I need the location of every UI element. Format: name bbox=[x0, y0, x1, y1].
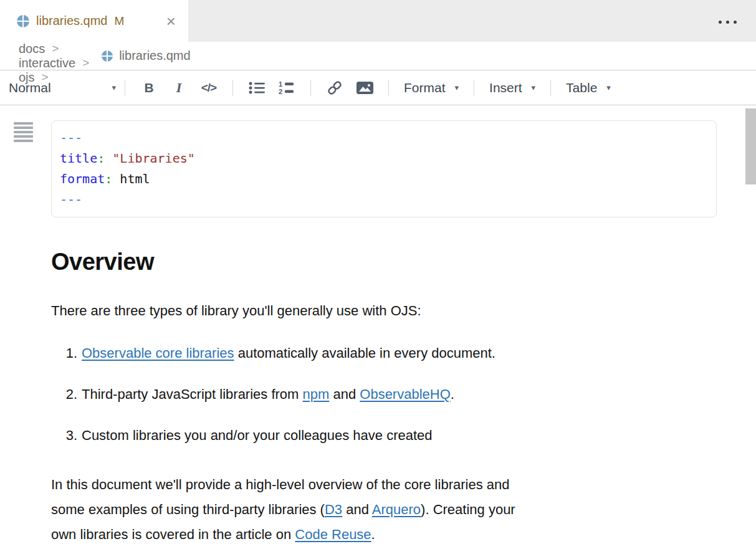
code-button[interactable]: </> bbox=[196, 77, 221, 99]
dot bbox=[726, 21, 729, 24]
breadcrumb-segment: interactive > bbox=[19, 56, 102, 70]
text-span: and bbox=[342, 502, 372, 517]
list-item-text: Third-party JavaScript libraries from np… bbox=[82, 386, 454, 403]
insert-menu[interactable]: Insert ▾ bbox=[483, 80, 542, 95]
tab-libraries-qmd[interactable]: libraries.qmd M × bbox=[0, 0, 188, 42]
formatting-toolbar: Normal ▾ B I </> 1 2 bbox=[0, 70, 756, 105]
table-menu[interactable]: Table ▾ bbox=[560, 80, 617, 95]
tab-bar: libraries.qmd M × bbox=[0, 0, 756, 42]
toolbar-separator bbox=[474, 80, 474, 96]
chevron-right-icon: > bbox=[52, 42, 59, 55]
list-item-number: 2. bbox=[51, 386, 77, 403]
code-token: --- bbox=[60, 192, 82, 207]
paragraph-line: In this document we'll provide a high-le… bbox=[51, 472, 687, 497]
insert-menu-label: Insert bbox=[489, 80, 522, 95]
intro-paragraph: There are three types of library you'll … bbox=[51, 303, 756, 319]
section-heading: Overview bbox=[51, 249, 756, 275]
code-icon: </> bbox=[201, 81, 216, 95]
code-token: : bbox=[97, 151, 112, 166]
bold-button[interactable]: B bbox=[136, 77, 161, 99]
list-item-number: 1. bbox=[51, 345, 77, 361]
svg-text:2: 2 bbox=[279, 88, 282, 95]
chevron-right-icon: > bbox=[82, 56, 89, 70]
text-span: In this document we'll provide a high-le… bbox=[51, 477, 509, 492]
paragraph-style-label: Normal bbox=[9, 80, 51, 95]
more-actions-icon[interactable] bbox=[716, 18, 739, 26]
text-link[interactable]: ObservableHQ bbox=[360, 386, 451, 402]
format-menu[interactable]: Format ▾ bbox=[398, 80, 465, 95]
text-link[interactable]: D3 bbox=[325, 502, 342, 517]
text-link[interactable]: npm bbox=[303, 386, 330, 402]
text-span: ). Creating your bbox=[421, 502, 515, 517]
bar bbox=[14, 140, 33, 142]
quarto-file-icon bbox=[17, 15, 29, 27]
breadcrumb-folder[interactable]: interactive bbox=[19, 56, 75, 70]
breadcrumb-file-label: libraries.qmd bbox=[119, 49, 190, 63]
code-line: --- bbox=[60, 128, 708, 148]
text-link[interactable]: Arquero bbox=[372, 502, 421, 517]
close-icon[interactable]: × bbox=[166, 13, 176, 29]
yaml-metadata-block[interactable]: ---title: "Libraries"format: html--- bbox=[51, 120, 717, 217]
breadcrumb-segment: docs > bbox=[19, 42, 102, 56]
format-menu-label: Format bbox=[404, 80, 446, 95]
block-drag-handle[interactable] bbox=[14, 122, 33, 142]
italic-icon: I bbox=[176, 80, 182, 96]
table-menu-label: Table bbox=[566, 80, 597, 95]
code-line: title: "Libraries" bbox=[60, 148, 708, 169]
text-span: some examples of using third-party libra… bbox=[51, 502, 325, 517]
bar bbox=[14, 131, 33, 133]
chevron-down-icon: ▾ bbox=[455, 83, 459, 92]
image-button[interactable] bbox=[352, 77, 377, 99]
visual-editor-content[interactable]: ---title: "Libraries"format: html--- Ove… bbox=[0, 105, 756, 547]
numbered-list-button[interactable]: 1 2 bbox=[274, 77, 299, 99]
paragraph-style-dropdown[interactable]: Normal ▾ bbox=[9, 80, 116, 95]
chevron-down-icon: ▾ bbox=[532, 83, 536, 92]
text-link[interactable]: Code Reuse bbox=[295, 527, 371, 542]
bulleted-list-icon bbox=[249, 81, 266, 95]
bulleted-list-button[interactable] bbox=[244, 77, 269, 99]
tab-title: libraries.qmd bbox=[36, 14, 107, 28]
code-line: --- bbox=[60, 189, 708, 210]
code-token: : bbox=[105, 171, 120, 186]
code-token: --- bbox=[60, 130, 82, 145]
vertical-scrollbar-thumb[interactable] bbox=[745, 108, 756, 184]
code-token: "Libraries" bbox=[112, 151, 194, 166]
svg-text:1: 1 bbox=[279, 81, 282, 88]
quarto-file-icon bbox=[102, 50, 113, 62]
paragraph-line: own libraries is covered in the article … bbox=[51, 522, 687, 547]
list-item: 2. Third-party JavaScript libraries from… bbox=[51, 386, 756, 403]
dot bbox=[719, 21, 722, 24]
bar bbox=[14, 127, 33, 129]
code-token: html bbox=[120, 171, 150, 186]
toolbar-separator bbox=[550, 80, 551, 96]
toolbar-separator bbox=[388, 80, 389, 96]
toolbar-separator bbox=[310, 80, 311, 96]
image-icon bbox=[356, 81, 373, 95]
toolbar-separator bbox=[232, 80, 233, 96]
code-token: format bbox=[60, 171, 105, 186]
breadcrumb: quarto-web > docs > interactive > ojs > … bbox=[0, 42, 756, 70]
bar bbox=[14, 135, 33, 138]
chevron-down-icon: ▾ bbox=[606, 83, 611, 92]
list-item-text: Custom libraries you and/or your colleag… bbox=[82, 427, 433, 444]
list-item: 1. Observable core libraries automatical… bbox=[51, 345, 756, 361]
numbered-list: 1. Observable core libraries automatical… bbox=[51, 345, 756, 444]
modified-badge: M bbox=[114, 14, 124, 28]
link-button[interactable] bbox=[322, 77, 347, 99]
link-icon bbox=[327, 80, 343, 96]
bar bbox=[14, 122, 33, 125]
toolbar-separator bbox=[125, 80, 125, 96]
list-item: 3. Custom libraries you and/or your coll… bbox=[51, 427, 756, 444]
text-span: Custom libraries you and/or your colleag… bbox=[82, 427, 433, 443]
breadcrumb-file[interactable]: libraries.qmd bbox=[102, 49, 190, 63]
paragraph-line: some examples of using third-party libra… bbox=[51, 497, 687, 522]
text-link[interactable]: Observable core libraries bbox=[82, 345, 234, 361]
numbered-list-icon: 1 2 bbox=[279, 81, 295, 95]
text-span: automatically available in every documen… bbox=[234, 345, 495, 361]
italic-button[interactable]: I bbox=[166, 77, 191, 99]
code-line: format: html bbox=[60, 169, 708, 189]
breadcrumb-folder[interactable]: docs bbox=[19, 42, 45, 56]
list-item-text: Observable core libraries automatically … bbox=[82, 345, 495, 361]
text-span: own libraries is covered in the article … bbox=[51, 527, 295, 542]
text-span: . bbox=[451, 386, 454, 402]
